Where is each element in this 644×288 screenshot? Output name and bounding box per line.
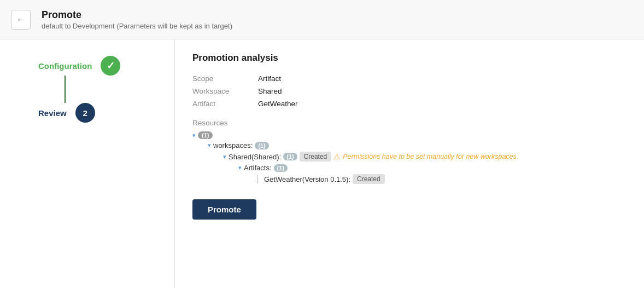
scope-value: Artifact — [258, 74, 627, 83]
chevron-artifacts[interactable]: ▾ — [238, 164, 242, 171]
check-icon: ✓ — [107, 60, 115, 72]
chevron-root[interactable]: ▾ — [192, 132, 196, 139]
tree-shared-row: ▾ Shared(Shared): (1) Created ⚠ Permissi… — [192, 152, 627, 162]
step-connector — [65, 76, 66, 103]
content-area: Promotion analysis Scope Artifact Worksp… — [175, 39, 644, 288]
sidebar: Configuration ✓ Review 2 — [0, 39, 175, 288]
shared-badge: (1) — [283, 153, 297, 160]
header-text: Promote default to Development (Paramete… — [42, 9, 232, 30]
page-subtitle: default to Development (Parameters will … — [42, 22, 232, 30]
stepper: Configuration ✓ Review 2 — [22, 56, 120, 123]
tree-root-row: ▾ (1) — [192, 131, 627, 139]
artifacts-badge: (1) — [274, 164, 288, 172]
warning-text: Permissions have to be set manually for … — [343, 153, 518, 160]
resource-tree: ▾ (1) ▾ workspaces: (1) ▾ Shared(Shared)… — [192, 131, 627, 184]
back-button[interactable]: ← — [11, 10, 31, 30]
shared-label: Shared(Shared): — [229, 153, 281, 161]
info-grid: Scope Artifact Workspace Shared Artifact… — [192, 74, 627, 108]
tree-artifact-item-row: GetWeather(Version 0.1.5): Created — [192, 174, 627, 184]
back-icon: ← — [16, 15, 25, 25]
resources-label: Resources — [192, 119, 627, 127]
warning-icon: ⚠ — [333, 152, 341, 161]
tree-artifacts-row: ▾ Artifacts: (1) — [192, 164, 627, 172]
shared-status: Created — [300, 152, 332, 162]
promotion-analysis-title: Promotion analysis — [192, 53, 627, 64]
artifact-label: Artifact — [192, 100, 258, 108]
root-badge: (1) — [198, 131, 213, 139]
workspace-label: Workspace — [192, 87, 258, 95]
step-review[interactable]: Review 2 — [38, 103, 95, 123]
step-review-label: Review — [38, 108, 67, 118]
tree-vertical-line — [257, 175, 257, 183]
resources-section: Resources ▾ (1) ▾ workspaces: (1) — [192, 119, 627, 184]
step-configuration[interactable]: Configuration ✓ — [38, 56, 120, 76]
workspaces-label: workspaces: — [213, 141, 253, 149]
artifact-item-status: Created — [353, 174, 385, 184]
artifact-value: GetWeather — [258, 100, 627, 108]
chevron-workspaces[interactable]: ▾ — [208, 142, 211, 149]
app-container: ← Promote default to Development (Parame… — [0, 0, 644, 288]
step-review-number: 2 — [83, 108, 87, 118]
workspaces-badge: (1) — [255, 142, 268, 149]
promote-button[interactable]: Promote — [192, 199, 256, 220]
step-review-circle: 2 — [75, 103, 95, 123]
main-content: Configuration ✓ Review 2 Promotion anal — [0, 39, 644, 288]
workspace-value: Shared — [258, 87, 627, 95]
scope-label: Scope — [192, 74, 258, 83]
chevron-shared[interactable]: ▾ — [223, 153, 226, 160]
header: ← Promote default to Development (Parame… — [0, 0, 644, 39]
page-title: Promote — [42, 9, 232, 21]
step-configuration-circle: ✓ — [101, 56, 120, 76]
artifact-item-label: GetWeather(Version 0.1.5): — [264, 175, 350, 183]
tree-workspaces-row: ▾ workspaces: (1) — [192, 141, 627, 149]
artifacts-label: Artifacts: — [244, 164, 272, 172]
step-configuration-label: Configuration — [38, 61, 92, 71]
